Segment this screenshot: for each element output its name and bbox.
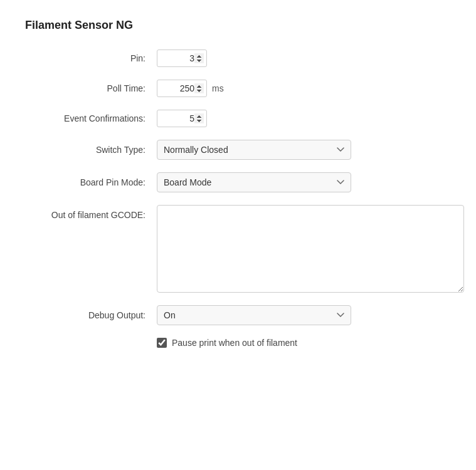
pin-label: Pin: <box>25 53 157 63</box>
gcode-textarea[interactable] <box>157 205 464 293</box>
event-confirmations-group: Event Confirmations: <box>25 110 451 127</box>
board-pin-mode-label: Board Pin Mode: <box>25 177 157 187</box>
switch-type-control-wrap: Normally Open Normally Closed <box>157 140 351 160</box>
switch-type-select[interactable]: Normally Open Normally Closed <box>157 140 351 160</box>
debug-output-label: Debug Output: <box>25 310 157 320</box>
board-pin-mode-select[interactable]: Board Mode BCM Mode <box>157 172 351 192</box>
poll-time-input[interactable] <box>157 80 207 97</box>
event-confirmations-label: Event Confirmations: <box>25 113 157 123</box>
pause-print-label: Pause print when out of filament <box>172 338 297 348</box>
poll-time-label: Poll Time: <box>25 83 157 93</box>
switch-type-label: Switch Type: <box>25 145 157 155</box>
gcode-control-wrap <box>157 205 464 293</box>
poll-time-unit: ms <box>212 83 224 93</box>
debug-output-group: Debug Output: On Off <box>25 305 451 325</box>
pin-input[interactable] <box>157 50 207 67</box>
board-pin-mode-control-wrap: Board Mode BCM Mode <box>157 172 351 192</box>
page-title: Filament Sensor NG <box>25 19 451 32</box>
event-confirmations-control-wrap <box>157 110 207 127</box>
board-pin-mode-group: Board Pin Mode: Board Mode BCM Mode <box>25 172 451 192</box>
switch-type-group: Switch Type: Normally Open Normally Clos… <box>25 140 451 160</box>
poll-time-group: Poll Time: ms <box>25 80 451 97</box>
event-confirmations-input[interactable] <box>157 110 207 127</box>
poll-time-control-wrap: ms <box>157 80 224 97</box>
debug-output-select[interactable]: On Off <box>157 305 351 325</box>
gcode-group: Out of filament GCODE: <box>25 205 451 293</box>
pause-print-checkbox[interactable] <box>157 338 167 348</box>
debug-output-control-wrap: On Off <box>157 305 351 325</box>
gcode-label: Out of filament GCODE: <box>25 205 157 220</box>
pin-control-wrap <box>157 50 207 67</box>
pause-print-group: Pause print when out of filament <box>157 338 451 348</box>
pin-group: Pin: <box>25 50 451 67</box>
